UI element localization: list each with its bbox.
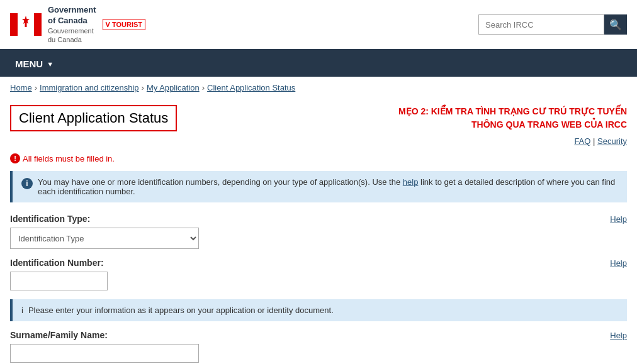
id-number-input[interactable]	[10, 272, 108, 290]
search-area: 🔍	[478, 14, 627, 35]
promo-text: MẸO 2: KIỂM TRA TÌNH TRẠNG CƯ TRÚ TRỰC T…	[398, 105, 627, 131]
required-text: All fields must be filled in.	[23, 154, 115, 163]
enter-notice-box: i Please enter your information as it ap…	[10, 299, 627, 321]
surname-input[interactable]	[10, 344, 199, 363]
security-link[interactable]: Security	[597, 136, 627, 146]
title-row: Client Application Status MẸO 2: KIỂM TR…	[10, 105, 627, 131]
promo-line2: THÔNG QUA TRANG WEB CỦA IRCC	[398, 118, 627, 131]
menu-button[interactable]: MENU ▼	[10, 51, 59, 77]
id-number-header: Identification Number: Help	[10, 258, 627, 268]
breadcrumb-client-status[interactable]: Client Application Status	[207, 83, 295, 92]
surname-label: Surname/Family Name:	[10, 330, 108, 340]
search-button[interactable]: 🔍	[604, 14, 627, 35]
page-title: Client Application Status	[19, 110, 168, 126]
enter-notice-text: Please enter your information as it appe…	[28, 306, 334, 315]
breadcrumb-immigration[interactable]: Immigration and citizenship	[40, 83, 139, 92]
info-box-content: You may have one or more identification …	[38, 177, 618, 196]
menu-label: MENU	[15, 58, 43, 69]
svg-rect-0	[10, 13, 18, 36]
id-type-label: Identification Type:	[10, 214, 90, 224]
id-type-group: Identification Type: Help Identification…	[10, 214, 627, 249]
faq-security-separator: |	[593, 136, 597, 146]
id-type-help-link[interactable]: Help	[610, 214, 627, 224]
faq-security-links: FAQ | Security	[10, 136, 627, 146]
surname-group: Surname/Family Name: Help	[10, 330, 627, 363]
required-icon: !	[10, 153, 20, 163]
breadcrumb-sep-2: ›	[142, 83, 144, 92]
svg-rect-2	[34, 13, 42, 36]
page-title-box: Client Application Status	[10, 105, 177, 131]
main-content: Client Application Status MẸO 2: KIỂM TR…	[0, 99, 637, 364]
enter-notice-icon: i	[21, 306, 23, 315]
menu-arrow-icon: ▼	[47, 60, 54, 68]
search-icon: 🔍	[609, 19, 622, 31]
breadcrumb: Home › Immigration and citizenship › My …	[0, 77, 637, 99]
header-left: Government of Canada Gouvernement du Can…	[10, 5, 145, 44]
tourist-logo: V TOURIST	[103, 19, 145, 30]
breadcrumb-sep-3: ›	[202, 83, 205, 92]
info-box-icon: i	[21, 178, 33, 189]
help-link-info[interactable]: help	[403, 177, 419, 187]
svg-rect-4	[25, 22, 27, 27]
breadcrumb-sep-1: ›	[35, 83, 37, 92]
nav-menu: MENU ▼	[0, 51, 637, 77]
id-number-help-link[interactable]: Help	[610, 258, 627, 268]
breadcrumb-home[interactable]: Home	[10, 83, 32, 92]
required-notice: ! All fields must be filled in.	[10, 153, 627, 163]
surname-help-link[interactable]: Help	[610, 331, 627, 340]
info-box-text1: You may have one or more identification …	[38, 177, 400, 187]
faq-link[interactable]: FAQ	[574, 136, 590, 146]
id-type-select[interactable]: Identification Type Unique Client Identi…	[10, 228, 199, 249]
id-number-label: Identification Number:	[10, 258, 104, 268]
breadcrumb-my-application[interactable]: My Application	[147, 83, 200, 92]
surname-header: Surname/Family Name: Help	[10, 330, 627, 340]
search-input[interactable]	[478, 14, 604, 35]
info-box: i You may have one or more identificatio…	[10, 171, 627, 202]
site-header: Government of Canada Gouvernement du Can…	[0, 0, 637, 51]
id-type-header: Identification Type: Help	[10, 214, 627, 224]
canada-wordmark: Government of Canada Gouvernement du Can…	[48, 5, 96, 44]
canada-flag-icon	[10, 13, 42, 36]
id-number-group: Identification Number: Help	[10, 258, 627, 290]
promo-line1: MẸO 2: KIỂM TRA TÌNH TRẠNG CƯ TRÚ TRỰC T…	[398, 105, 627, 118]
